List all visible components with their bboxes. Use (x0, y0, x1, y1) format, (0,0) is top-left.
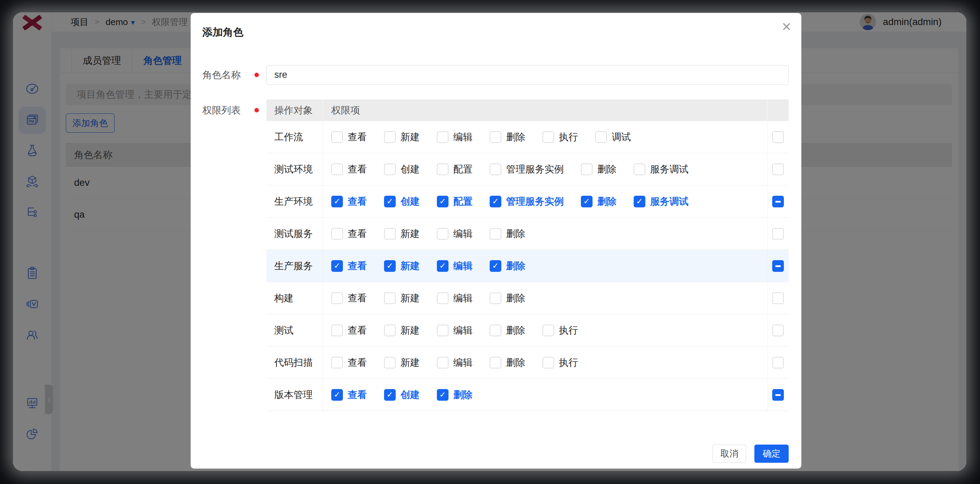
checkbox-icon[interactable] (490, 325, 501, 336)
permission-label: 查看 (348, 356, 367, 369)
permission-option[interactable]: 删除 (437, 388, 473, 401)
checkbox-icon[interactable] (331, 228, 343, 240)
permission-option[interactable]: 删除 (490, 227, 525, 240)
permission-option[interactable]: 查看 (331, 356, 367, 369)
checkbox-checked-icon[interactable] (331, 196, 343, 207)
checkbox-icon[interactable] (384, 163, 396, 175)
checkbox-icon[interactable] (384, 131, 396, 143)
checkbox-icon[interactable] (384, 228, 396, 240)
checkbox-checked-icon[interactable] (437, 389, 449, 401)
checkbox-icon[interactable] (490, 292, 501, 304)
checkbox-icon[interactable] (581, 163, 592, 175)
checkbox-icon[interactable] (542, 357, 554, 368)
permission-option[interactable]: 配置 (437, 195, 473, 208)
permission-option[interactable]: 编辑 (437, 130, 473, 144)
permission-option[interactable]: 编辑 (437, 292, 473, 305)
permission-option[interactable]: 编辑 (437, 324, 473, 337)
permission-option[interactable]: 创建 (384, 388, 420, 401)
row-select-checkbox[interactable] (772, 163, 784, 175)
permission-option[interactable]: 管理服务实例 (490, 163, 564, 176)
checkbox-checked-icon[interactable] (437, 196, 449, 207)
checkbox-icon[interactable] (384, 357, 396, 368)
checkbox-checked-icon[interactable] (437, 260, 449, 272)
checkbox-icon[interactable] (437, 292, 449, 304)
permission-option[interactable]: 新建 (384, 356, 420, 369)
checkbox-icon[interactable] (490, 228, 501, 240)
checkbox-icon[interactable] (437, 131, 449, 143)
checkbox-icon[interactable] (490, 163, 501, 175)
checkbox-checked-icon[interactable] (581, 196, 592, 207)
checkbox-checked-icon[interactable] (490, 260, 501, 272)
checkbox-icon[interactable] (437, 325, 449, 336)
role-name-input[interactable] (266, 65, 789, 85)
close-icon[interactable]: × (782, 19, 791, 34)
checkbox-checked-icon[interactable] (384, 389, 396, 401)
row-select-indeterminate-checkbox[interactable] (772, 260, 784, 272)
checkbox-icon[interactable] (490, 357, 501, 368)
permission-option[interactable]: 编辑 (437, 356, 473, 369)
permission-option[interactable]: 删除 (581, 163, 617, 176)
checkbox-icon[interactable] (384, 292, 396, 304)
checkbox-icon[interactable] (437, 163, 449, 175)
permission-option[interactable]: 查看 (331, 227, 367, 240)
permission-option[interactable]: 编辑 (437, 259, 473, 273)
cancel-button[interactable]: 取消 (713, 444, 746, 463)
permission-option[interactable]: 新建 (384, 227, 420, 240)
row-select-checkbox[interactable] (772, 131, 784, 143)
checkbox-checked-icon[interactable] (490, 196, 501, 207)
permission-option[interactable]: 编辑 (437, 227, 473, 240)
permission-option[interactable]: 查看 (331, 195, 367, 208)
permission-option[interactable]: 新建 (384, 292, 420, 305)
row-select-checkbox[interactable] (772, 228, 784, 240)
permission-option[interactable]: 删除 (490, 356, 525, 369)
checkbox-icon[interactable] (542, 325, 554, 336)
checkbox-icon[interactable] (331, 357, 343, 368)
permission-option[interactable]: 删除 (490, 259, 525, 273)
permission-option[interactable]: 删除 (581, 195, 617, 208)
checkbox-icon[interactable] (331, 131, 343, 143)
permission-option[interactable]: 调试 (595, 130, 631, 144)
permission-option[interactable]: 查看 (331, 259, 367, 273)
permission-option[interactable]: 新建 (384, 324, 420, 337)
checkbox-checked-icon[interactable] (634, 196, 645, 207)
permission-option[interactable]: 执行 (542, 130, 578, 144)
permission-option[interactable]: 创建 (384, 195, 420, 208)
permission-option[interactable]: 查看 (331, 292, 367, 305)
row-select-checkbox[interactable] (772, 357, 784, 368)
permission-option[interactable]: 查看 (331, 324, 367, 337)
permission-option[interactable]: 查看 (331, 388, 367, 401)
checkbox-icon[interactable] (331, 163, 343, 175)
permission-option[interactable]: 删除 (490, 324, 525, 337)
permission-option[interactable]: 删除 (490, 292, 525, 305)
checkbox-icon[interactable] (384, 325, 396, 336)
permission-option[interactable]: 新建 (384, 259, 420, 273)
checkbox-icon[interactable] (542, 131, 554, 143)
permission-option[interactable]: 配置 (437, 163, 473, 176)
checkbox-icon[interactable] (634, 163, 645, 175)
permission-option[interactable]: 执行 (542, 356, 578, 369)
row-select-checkbox[interactable] (772, 292, 784, 304)
checkbox-checked-icon[interactable] (384, 196, 396, 207)
checkbox-icon[interactable] (331, 292, 343, 304)
checkbox-icon[interactable] (437, 228, 449, 240)
permission-option[interactable]: 执行 (542, 324, 578, 337)
checkbox-checked-icon[interactable] (331, 260, 343, 272)
permission-option[interactable]: 查看 (331, 130, 367, 144)
row-select-indeterminate-checkbox[interactable] (772, 389, 784, 401)
row-select-indeterminate-checkbox[interactable] (772, 196, 784, 207)
permission-option[interactable]: 管理服务实例 (490, 195, 564, 208)
permission-option[interactable]: 查看 (331, 163, 367, 176)
permission-option[interactable]: 创建 (384, 163, 420, 176)
row-select-checkbox[interactable] (772, 325, 784, 336)
checkbox-checked-icon[interactable] (384, 260, 396, 272)
checkbox-icon[interactable] (437, 357, 449, 368)
checkbox-icon[interactable] (331, 325, 343, 336)
checkbox-icon[interactable] (490, 131, 501, 143)
confirm-button[interactable]: 确定 (754, 444, 789, 463)
permission-option[interactable]: 服务调试 (634, 163, 689, 176)
permission-option[interactable]: 服务调试 (634, 195, 689, 208)
permission-option[interactable]: 新建 (384, 130, 420, 144)
checkbox-icon[interactable] (595, 131, 607, 143)
checkbox-checked-icon[interactable] (331, 389, 343, 401)
permission-option[interactable]: 删除 (490, 130, 525, 144)
